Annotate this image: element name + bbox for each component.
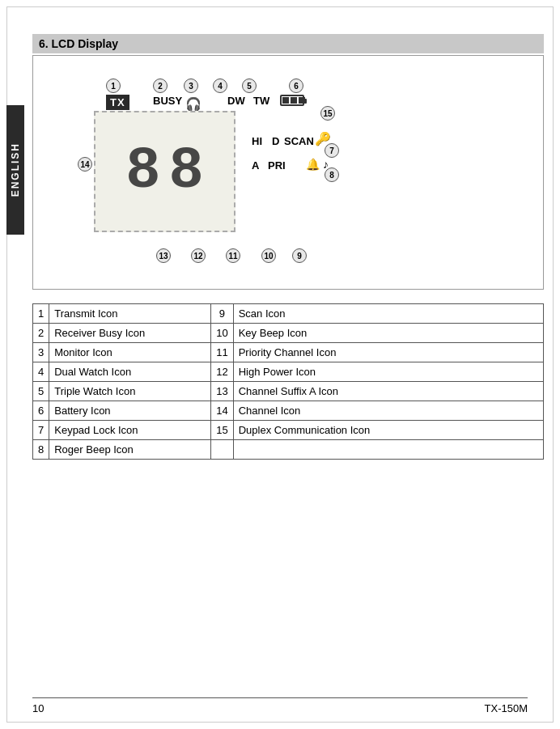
left-num-4: 4 [33, 362, 49, 382]
footer: 10 TX-150M [32, 697, 528, 714]
note-icon: ♪ [323, 158, 329, 171]
key-icon: 🔑 [315, 131, 331, 146]
left-num-5: 5 [33, 382, 49, 401]
label-13: 13 [156, 248, 171, 263]
left-label-4: Dual Watch Icon [49, 362, 211, 382]
right-label-13: Channel Suffix A Icon [233, 382, 543, 401]
right-num-14: 14 [211, 401, 233, 421]
segment-display: 8 8 [94, 111, 235, 232]
left-num-2: 2 [33, 324, 49, 343]
left-num-6: 6 [33, 401, 49, 421]
monitor-icon: 🎧 [185, 96, 202, 112]
segment-digit-left: 8 [125, 142, 160, 201]
right-num-15: 15 [211, 421, 233, 440]
label-3: 3 [184, 78, 198, 93]
right-num-11: 11 [211, 343, 233, 362]
right-num-9: 9 [211, 304, 233, 324]
label-2: 2 [153, 78, 168, 93]
d-label: D [272, 135, 279, 147]
language-tab: ENGLISH [6, 105, 24, 235]
left-label-1: Transmit Icon [49, 304, 211, 324]
icon-table: 1Transmit Icon9Scan Icon2Receiver Busy I… [32, 303, 544, 460]
left-num-1: 1 [33, 304, 49, 324]
tw-label: TW [253, 95, 269, 107]
label-1: 1 [106, 78, 121, 93]
segment-digit-right: 8 [169, 142, 204, 201]
label-4: 4 [213, 78, 227, 93]
scan-label: SCAN [284, 135, 314, 147]
right-label-11: Priority Channel Icon [233, 343, 543, 362]
left-num-7: 7 [33, 421, 49, 440]
left-label-8: Roger Beep Icon [49, 440, 211, 460]
lcd-display-box: 1 2 3 4 5 6 7 8 9 10 11 12 13 14 15 TX B… [32, 55, 544, 290]
label-14: 14 [78, 157, 92, 172]
section-header: 6. LCD Display [32, 34, 544, 53]
label-11: 11 [226, 248, 240, 263]
busy-label: BUSY [153, 95, 182, 107]
label-15: 15 [320, 106, 335, 121]
a-label: A [252, 159, 259, 172]
left-label-3: Monitor Icon [49, 343, 211, 362]
pri-label: PRI [268, 159, 286, 172]
right-label-15: Duplex Communication Icon [233, 421, 543, 440]
model-name: TX-150M [485, 702, 528, 714]
left-label-7: Keypad Lock Icon [49, 421, 211, 440]
battery-icon [280, 93, 304, 106]
label-9: 9 [292, 248, 307, 263]
left-label-2: Receiver Busy Icon [49, 324, 211, 343]
hi-label: HI [252, 135, 262, 147]
left-label-5: Triple Watch Icon [49, 382, 211, 401]
right-num-12: 12 [211, 362, 233, 382]
left-num-8: 8 [33, 440, 49, 460]
right-label-9: Scan Icon [233, 304, 543, 324]
label-6: 6 [289, 78, 303, 93]
label-12: 12 [191, 248, 206, 263]
label-10: 10 [261, 248, 276, 263]
right-num-10: 10 [211, 324, 233, 343]
page-number: 10 [32, 702, 44, 714]
dw-label: DW [227, 95, 245, 107]
left-label-6: Battery Icon [49, 401, 211, 421]
legend-table: 1Transmit Icon9Scan Icon2Receiver Busy I… [32, 303, 544, 460]
right-num-13: 13 [211, 382, 233, 401]
label-5: 5 [242, 78, 257, 93]
tx-icon: TX [106, 95, 129, 110]
bell-icon: 🔔 [306, 158, 320, 171]
right-label-12: High Power Icon [233, 362, 543, 382]
right-label-14: Channel Icon [233, 401, 543, 421]
right-label-10: Key Beep Icon [233, 324, 543, 343]
left-num-3: 3 [33, 343, 49, 362]
